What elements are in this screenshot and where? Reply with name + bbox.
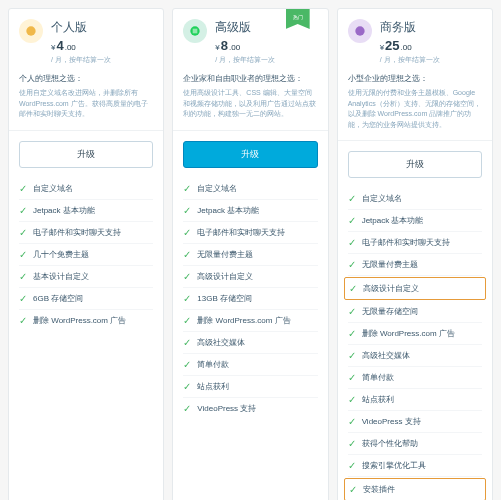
feature-label: 高级社交媒体 [197,337,245,348]
feature-item: ✓搜索引擎优化工具 [348,455,482,477]
feature-label: 自定义域名 [33,183,73,194]
feature-label: 自定义域名 [362,193,402,204]
check-icon: ✓ [183,293,191,304]
feature-label: VideoPress 支持 [197,403,256,414]
feature-label: 站点获利 [362,394,394,405]
plan-price: ¥8.00 [215,38,317,53]
feature-item: ✓安装插件 [344,478,486,500]
plan-card: 商务版¥25.00/ 月，按年结算一次小型企业的理想之选：使用无限的付费和业务主… [337,8,493,500]
check-icon: ✓ [183,381,191,392]
feature-item: ✓自定义域名 [19,178,153,200]
premium-plan-icon [183,19,207,43]
feature-label: 站点获利 [197,381,229,392]
check-icon: ✓ [348,306,356,317]
svg-point-0 [26,26,35,35]
check-icon: ✓ [183,183,191,194]
check-icon: ✓ [348,328,356,339]
feature-label: Jetpack 基本功能 [33,205,95,216]
feature-label: 安装插件 [363,484,395,495]
card-header: 个人版¥4.00/ 月，按年结算一次 [9,9,163,73]
check-icon: ✓ [183,315,191,326]
feature-item: ✓自定义域名 [183,178,317,200]
feature-item: ✓Jetpack 基本功能 [183,200,317,222]
plan-description: 企业家和自由职业者的理想之选：使用高级设计工具、CSS 编辑、大量空间和视频存储… [173,73,327,131]
feature-item: ✓无限量存储空间 [348,301,482,323]
feature-label: 6GB 存储空间 [33,293,83,304]
check-icon: ✓ [348,193,356,204]
plan-price: ¥4.00 [51,38,153,53]
feature-label: 高级设计自定义 [363,283,419,294]
feature-label: 高级社交媒体 [362,350,410,361]
check-icon: ✓ [19,293,27,304]
check-icon: ✓ [348,237,356,248]
feature-item: ✓Jetpack 基本功能 [19,200,153,222]
upgrade-button[interactable]: 升级 [19,141,153,168]
feature-label: 简单付款 [362,372,394,383]
check-icon: ✓ [348,416,356,427]
feature-item: ✓基本设计自定义 [19,266,153,288]
check-icon: ✓ [349,484,357,495]
plan-card: 热门高级版¥8.00/ 月，按年结算一次企业家和自由职业者的理想之选：使用高级设… [172,8,328,500]
check-icon: ✓ [183,403,191,414]
upgrade-button[interactable]: 升级 [348,151,482,178]
personal-plan-icon [19,19,43,43]
feature-item: ✓6GB 存储空间 [19,288,153,310]
feature-item: ✓删除 WordPress.com 广告 [183,310,317,332]
feature-item: ✓无限量付费主题 [183,244,317,266]
check-icon: ✓ [183,227,191,238]
feature-label: 基本设计自定义 [33,271,89,282]
feature-item: ✓高级社交媒体 [348,345,482,367]
feature-item: ✓无限量付费主题 [348,254,482,276]
check-icon: ✓ [348,215,356,226]
check-icon: ✓ [183,359,191,370]
feature-label: 无限量付费主题 [197,249,253,260]
check-icon: ✓ [19,227,27,238]
feature-item: ✓VideoPress 支持 [183,398,317,419]
feature-label: Jetpack 基本功能 [362,215,424,226]
feature-item: ✓VideoPress 支持 [348,411,482,433]
check-icon: ✓ [19,183,27,194]
feature-item: ✓高级社交媒体 [183,332,317,354]
feature-label: Jetpack 基本功能 [197,205,259,216]
billing-cycle: / 月，按年结算一次 [51,55,153,65]
check-icon: ✓ [183,205,191,216]
feature-label: 获得个性化帮助 [362,438,418,449]
feature-item: ✓高级设计自定义 [183,266,317,288]
plan-name: 个人版 [51,19,153,36]
check-icon: ✓ [348,394,356,405]
upgrade-button[interactable]: 升级 [183,141,317,168]
check-icon: ✓ [348,372,356,383]
check-icon: ✓ [349,283,357,294]
plan-description: 个人的理想之选：使用自定义域名改进网站，并删除所有 WordPress.com … [9,73,163,131]
feature-item: ✓电子邮件和实时聊天支持 [348,232,482,254]
check-icon: ✓ [183,249,191,260]
feature-label: 自定义域名 [197,183,237,194]
feature-item: ✓几十个免费主题 [19,244,153,266]
feature-list: ✓自定义域名✓Jetpack 基本功能✓电子邮件和实时聊天支持✓无限量付费主题✓… [338,188,492,500]
check-icon: ✓ [183,337,191,348]
check-icon: ✓ [348,438,356,449]
feature-item: ✓站点获利 [183,376,317,398]
feature-label: 删除 WordPress.com 广告 [197,315,290,326]
feature-label: 几十个免费主题 [33,249,89,260]
feature-label: 无限量付费主题 [362,259,418,270]
svg-point-3 [355,26,364,35]
check-icon: ✓ [19,315,27,326]
feature-label: 删除 WordPress.com 广告 [362,328,455,339]
feature-item: ✓获得个性化帮助 [348,433,482,455]
feature-item: ✓13GB 存储空间 [183,288,317,310]
feature-label: 13GB 存储空间 [197,293,252,304]
feature-item: ✓删除 WordPress.com 广告 [348,323,482,345]
svg-rect-2 [193,29,198,34]
check-icon: ✓ [348,460,356,471]
feature-label: 电子邮件和实时聊天支持 [33,227,121,238]
check-icon: ✓ [348,350,356,361]
feature-label: 简单付款 [197,359,229,370]
feature-item: ✓电子邮件和实时聊天支持 [19,222,153,244]
feature-item: ✓简单付款 [348,367,482,389]
check-icon: ✓ [183,271,191,282]
check-icon: ✓ [19,205,27,216]
business-plan-icon [348,19,372,43]
feature-item: ✓高级设计自定义 [344,277,486,300]
feature-label: 搜索引擎优化工具 [362,460,426,471]
